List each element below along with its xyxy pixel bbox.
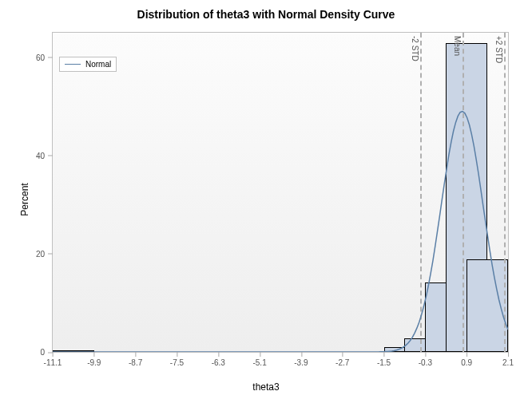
legend-swatch-normal: [65, 64, 81, 65]
x-tick: 2.1: [502, 352, 514, 367]
x-tick: -11.1: [44, 352, 62, 367]
legend: Normal: [59, 57, 117, 72]
x-tick: 0.9: [461, 352, 472, 367]
plot-inner: [53, 33, 508, 352]
plot-area: Normal -2 STDMean+2 STD 0204060 -11.1-9.…: [52, 32, 509, 353]
y-tick: 40: [25, 151, 53, 160]
x-tick: -0.3: [419, 352, 432, 367]
y-axis-label: Percent: [19, 183, 30, 215]
y-tick: 20: [25, 249, 53, 258]
x-tick: -6.3: [212, 352, 225, 367]
chart-container: Distribution of theta3 with Normal Densi…: [0, 0, 532, 399]
chart-title: Distribution of theta3 with Normal Densi…: [0, 8, 532, 21]
y-tick: 60: [25, 53, 53, 61]
x-axis-label: theta3: [0, 381, 532, 393]
x-tick: -2.7: [335, 352, 349, 367]
density-curve: [53, 33, 508, 352]
x-tick: -9.9: [87, 352, 101, 367]
x-tick: -5.1: [252, 352, 266, 367]
x-tick: -7.5: [170, 352, 184, 367]
legend-label-normal: Normal: [85, 60, 111, 69]
x-tick: -3.9: [294, 352, 308, 367]
x-tick: -8.7: [129, 352, 142, 367]
x-tick: -1.5: [377, 352, 391, 367]
